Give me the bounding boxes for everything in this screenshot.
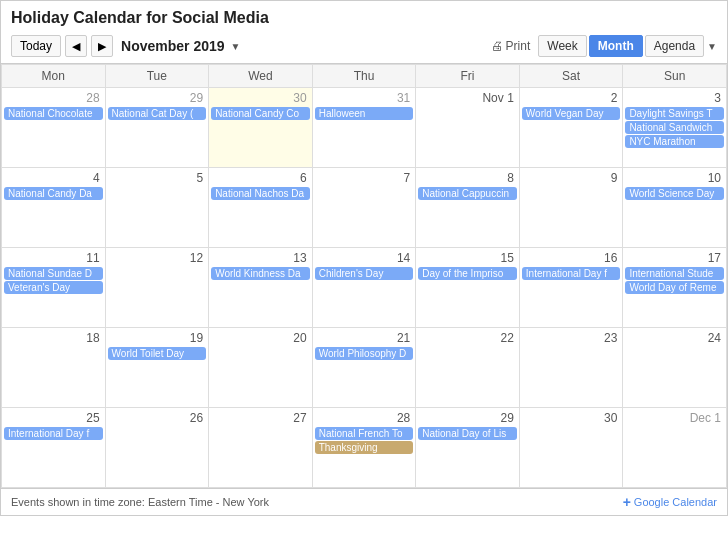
event-pill[interactable]: National French To (315, 427, 414, 440)
day-number: 22 (418, 330, 517, 347)
prev-button[interactable]: ◀ (65, 35, 87, 57)
event-pill[interactable]: International Day f (522, 267, 621, 280)
event-pill[interactable]: World Toilet Day (108, 347, 207, 360)
event-pill[interactable]: National Sundae D (4, 267, 103, 280)
calendar-cell[interactable]: 3Daylight Savings TNational SandwichNYC … (623, 88, 727, 168)
calendar-cell[interactable]: 6National Nachos Da (209, 168, 313, 248)
calendar-cell[interactable]: 15Day of the Impriso (416, 248, 520, 328)
calendar-cell[interactable]: 30 (519, 408, 623, 488)
event-pill[interactable]: National Chocolate (4, 107, 103, 120)
calendar-cell[interactable]: 21World Philosophy D (312, 328, 416, 408)
calendar-cell[interactable]: 8National Cappuccin (416, 168, 520, 248)
calendar-cell[interactable]: 9 (519, 168, 623, 248)
week-view-button[interactable]: Week (538, 35, 586, 57)
calendar-cell[interactable]: 16International Day f (519, 248, 623, 328)
day-number: 18 (4, 330, 103, 347)
event-pill[interactable]: World Science Day (625, 187, 724, 200)
today-button[interactable]: Today (11, 35, 61, 57)
day-number: 21 (315, 330, 414, 347)
calendar-cell[interactable]: 28National French ToThanksgiving (312, 408, 416, 488)
calendar-cell[interactable]: 28National Chocolate (2, 88, 106, 168)
event-pill[interactable]: National Sandwich (625, 121, 724, 134)
calendar-cell[interactable]: 23 (519, 328, 623, 408)
day-number: 2 (522, 90, 621, 107)
calendar-cell[interactable]: 2World Vegan Day (519, 88, 623, 168)
event-pill[interactable]: National Day of Lis (418, 427, 517, 440)
event-pill[interactable]: World Philosophy D (315, 347, 414, 360)
day-number: 16 (522, 250, 621, 267)
weekday-header-wed: Wed (209, 65, 313, 88)
event-pill[interactable]: International Stude (625, 267, 724, 280)
event-pill[interactable]: NYC Marathon (625, 135, 724, 148)
calendar-cell[interactable]: 17International StudeWorld Day of Reme (623, 248, 727, 328)
calendar-cell[interactable]: 24 (623, 328, 727, 408)
event-pill[interactable]: National Candy Da (4, 187, 103, 200)
calendar-cell[interactable]: 18 (2, 328, 106, 408)
day-number: 14 (315, 250, 414, 267)
event-pill[interactable]: Day of the Impriso (418, 267, 517, 280)
calendar-cell[interactable]: 20 (209, 328, 313, 408)
event-pill[interactable]: National Nachos Da (211, 187, 310, 200)
calendar-cell[interactable]: 27 (209, 408, 313, 488)
calendar-week-row: 28National Chocolate29National Cat Day (… (2, 88, 727, 168)
calendar-cell[interactable]: 4National Candy Da (2, 168, 106, 248)
event-pill[interactable]: International Day f (4, 427, 103, 440)
event-pill[interactable]: World Vegan Day (522, 107, 621, 120)
event-pill[interactable]: Children's Day (315, 267, 414, 280)
day-number: 28 (4, 90, 103, 107)
month-dropdown-arrow[interactable]: ▼ (231, 41, 241, 52)
weekday-header-sun: Sun (623, 65, 727, 88)
weekday-header-sat: Sat (519, 65, 623, 88)
day-number: 23 (522, 330, 621, 347)
day-number: 10 (625, 170, 724, 187)
calendar-cell[interactable]: 30National Candy Co (209, 88, 313, 168)
event-pill[interactable]: National Cappuccin (418, 187, 517, 200)
calendar-cell[interactable]: 12 (105, 248, 209, 328)
day-number: 19 (108, 330, 207, 347)
calendar-cell[interactable]: 31Halloween (312, 88, 416, 168)
day-number: 25 (4, 410, 103, 427)
calendar-week-row: 1819World Toilet Day2021World Philosophy… (2, 328, 727, 408)
calendar-cell[interactable]: 5 (105, 168, 209, 248)
event-pill[interactable]: Daylight Savings T (625, 107, 724, 120)
print-button[interactable]: 🖨 Print (491, 39, 531, 53)
day-number: 9 (522, 170, 621, 187)
calendar-cell[interactable]: Nov 1 (416, 88, 520, 168)
event-pill[interactable]: Thanksgiving (315, 441, 414, 454)
next-button[interactable]: ▶ (91, 35, 113, 57)
toolbar-right: 🖨 Print Week Month Agenda ▼ (491, 35, 717, 57)
calendar-cell[interactable]: 14Children's Day (312, 248, 416, 328)
day-number: 6 (211, 170, 310, 187)
calendar-cell[interactable]: 29National Day of Lis (416, 408, 520, 488)
calendar-cell[interactable]: 19World Toilet Day (105, 328, 209, 408)
event-pill[interactable]: National Candy Co (211, 107, 310, 120)
event-pill[interactable]: Veteran's Day (4, 281, 103, 294)
event-pill[interactable]: National Cat Day ( (108, 107, 207, 120)
calendar-cell[interactable]: 7 (312, 168, 416, 248)
month-label: November 2019 (121, 38, 225, 54)
day-number: 26 (108, 410, 207, 427)
weekday-header-mon: Mon (2, 65, 106, 88)
agenda-view-button[interactable]: Agenda (645, 35, 704, 57)
calendar-cell[interactable]: 26 (105, 408, 209, 488)
calendar-cell[interactable]: 22 (416, 328, 520, 408)
event-pill[interactable]: World Day of Reme (625, 281, 724, 294)
calendar-cell[interactable]: 13World Kindness Da (209, 248, 313, 328)
calendar-cell[interactable]: 29National Cat Day ( (105, 88, 209, 168)
calendar-wrapper: Holiday Calendar for Social Media Today … (0, 0, 728, 516)
calendar-cell[interactable]: 11National Sundae DVeteran's Day (2, 248, 106, 328)
calendar-cell[interactable]: Dec 1 (623, 408, 727, 488)
day-number: Nov 1 (418, 90, 517, 107)
calendar-cell[interactable]: 25International Day f (2, 408, 106, 488)
weekday-header-tue: Tue (105, 65, 209, 88)
toolbar-left: Today ◀ ▶ November 2019 ▼ (11, 35, 240, 57)
event-pill[interactable]: Halloween (315, 107, 414, 120)
day-number: 12 (108, 250, 207, 267)
month-view-button[interactable]: Month (589, 35, 643, 57)
google-calendar-badge[interactable]: + Google Calendar (623, 494, 717, 510)
agenda-dropdown-arrow[interactable]: ▼ (707, 41, 717, 52)
calendar-cell[interactable]: 10World Science Day (623, 168, 727, 248)
day-number: 17 (625, 250, 724, 267)
event-pill[interactable]: World Kindness Da (211, 267, 310, 280)
weekday-header-thu: Thu (312, 65, 416, 88)
